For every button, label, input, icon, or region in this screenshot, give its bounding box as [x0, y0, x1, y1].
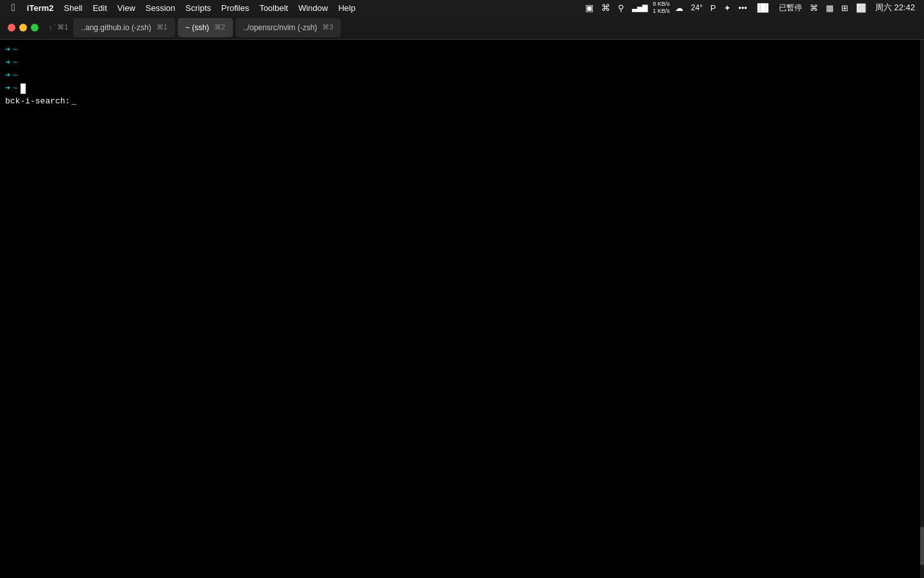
tab-bar: ↑`⌘1 ..ang.github.io (-zsh) ⌘1 ~ (ssh) ⌘…: [0, 15, 924, 40]
minimize-button[interactable]: [19, 24, 27, 31]
terminal-area[interactable]: ➜ ~ ➜ ~ ➜ ~ ➜ ~ bck-i-search: _: [0, 40, 924, 578]
network-bars-icon: ▃▅▇: [629, 4, 650, 12]
menu-bar:  iTerm2 Shell Edit View Session Scripts…: [0, 0, 924, 15]
control-center-icon: ⊞: [839, 3, 851, 13]
prompt-tilde-3: ~: [13, 69, 18, 82]
terminal-line-4: ➜ ~: [5, 82, 919, 95]
tab-3[interactable]: ../opensrc/nvim (-zsh) ⌘3: [235, 18, 341, 37]
tab-1-title: ..ang.github.io (-zsh): [81, 23, 151, 32]
datetime-display: 周六 22:42: [871, 2, 919, 13]
p-icon: P: [708, 3, 719, 13]
cursor: [21, 83, 26, 94]
tab-3-title: ../opensrc/nvim (-zsh): [243, 23, 317, 32]
apple-menu[interactable]: : [5, 0, 22, 15]
scrollbar-thumb[interactable]: [920, 527, 924, 565]
prompt-arrow-2: ➜: [5, 57, 10, 69]
maximize-button[interactable]: [31, 24, 38, 31]
prompt-tilde-2: ~: [13, 57, 18, 69]
tab-2-title: ~ (ssh): [185, 23, 209, 32]
terminal-line-1: ➜ ~: [5, 44, 919, 57]
close-button[interactable]: [8, 24, 15, 31]
tab-2-shortcut: ⌘2: [214, 23, 225, 31]
menu-toolbelt[interactable]: Toolbelt: [254, 0, 293, 15]
tab-3-shortcut: ⌘3: [322, 23, 333, 31]
bluetooth-icon: ✦: [721, 3, 733, 13]
weather-icon: ☁: [672, 3, 686, 13]
traffic-lights: [3, 24, 44, 31]
tab-2[interactable]: ~ (ssh) ⌘2: [178, 18, 233, 37]
scrollbar[interactable]: [920, 40, 924, 578]
battery-icon: ▐█▌: [752, 3, 774, 12]
bck-search-label: bck-i-search:: [5, 95, 70, 108]
display-icon: ▦: [823, 3, 836, 13]
terminal-line-3: ➜ ~: [5, 69, 919, 82]
prompt-arrow-1: ➜: [5, 44, 10, 57]
menu-shell[interactable]: Shell: [59, 0, 88, 15]
misc-icon: ⬜: [853, 3, 869, 13]
tab-1[interactable]: ..ang.github.io (-zsh) ⌘1: [73, 18, 175, 37]
menu-window[interactable]: Window: [293, 0, 333, 15]
menu-session[interactable]: Session: [141, 0, 180, 15]
tab-1-shortcut: ⌘1: [157, 23, 167, 31]
prompt-arrow-3: ➜: [5, 69, 10, 82]
terminal-line-2: ➜ ~: [5, 57, 919, 69]
menu-profiles[interactable]: Profiles: [216, 0, 254, 15]
iterm2-status-icon: ▣: [583, 3, 596, 13]
temperature: 24°: [689, 3, 705, 12]
network-stats: 9 KB/s 1 KB/s: [653, 1, 670, 15]
prompt-tilde-4: ~: [13, 82, 18, 95]
menu-help[interactable]: Help: [333, 0, 361, 15]
ime-status: 已暫停: [776, 3, 805, 13]
magnify-icon: ⚲: [615, 3, 627, 13]
bck-search-line: bck-i-search: _: [5, 95, 919, 108]
bck-search-cursor: _: [71, 95, 76, 108]
menu-scripts[interactable]: Scripts: [180, 0, 216, 15]
menu-view[interactable]: View: [112, 0, 141, 15]
menu-iterm2[interactable]: iTerm2: [22, 0, 59, 15]
menu-edit[interactable]: Edit: [87, 0, 112, 15]
prompt-tilde-1: ~: [13, 44, 18, 57]
dots-menu[interactable]: •••: [736, 3, 750, 13]
wifi-icon: ⌘: [807, 3, 821, 13]
window-shortcut: ↑`⌘1: [46, 23, 71, 31]
wechat-icon: ⌘: [599, 3, 613, 13]
prompt-arrow-4: ➜: [5, 82, 10, 95]
status-bar: ▣ ⌘ ⚲ ▃▅▇ 9 KB/s 1 KB/s ☁ 24° P ✦ ••• ▐█…: [583, 1, 919, 15]
